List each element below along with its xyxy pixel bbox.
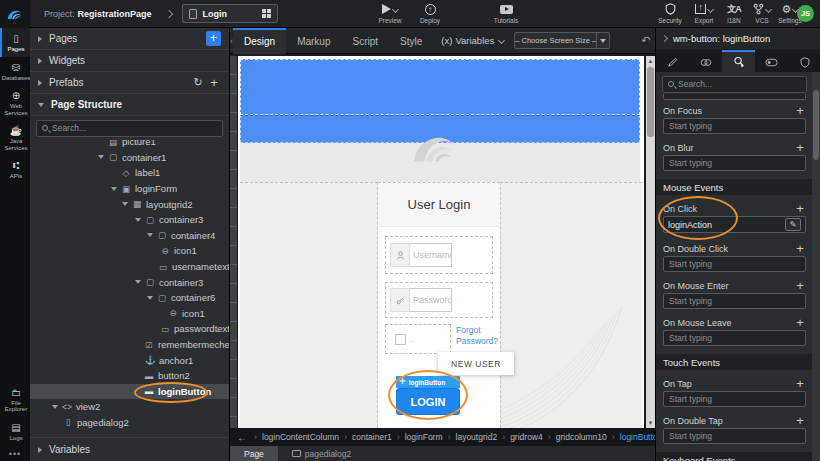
tree-item-picture1[interactable]: ▤picture1 bbox=[30, 140, 229, 150]
tree-item-container6[interactable]: ▢container6 bbox=[30, 290, 229, 306]
refresh-icon[interactable]: ↻ bbox=[191, 77, 205, 88]
remember-me-checkbox[interactable] bbox=[395, 334, 406, 345]
add-prefab-icon[interactable]: + bbox=[207, 76, 221, 89]
rail-item-java-services[interactable]: ☕ Java Services bbox=[0, 120, 30, 155]
tutorials-button[interactable]: Tutorials bbox=[488, 3, 524, 24]
rail-item-databases[interactable]: ⛁ Databases bbox=[0, 57, 30, 86]
section-widgets[interactable]: Widgets bbox=[30, 50, 229, 72]
username-input[interactable] bbox=[410, 243, 452, 267]
structure-search[interactable] bbox=[36, 120, 223, 137]
crumb-loginform[interactable]: loginForm bbox=[392, 432, 443, 442]
tree-item-container3[interactable]: ▢container3 bbox=[30, 212, 229, 228]
rail-item-file-explorer[interactable]: 🗀 File Explorer bbox=[0, 382, 30, 417]
tab-pagedialog2[interactable]: pagedialog2 bbox=[278, 446, 365, 461]
tree-item-label1[interactable]: ◇label1 bbox=[30, 165, 229, 181]
canvas-scrollbar[interactable]: ▲ ▼ bbox=[646, 56, 655, 428]
tree-item-container4[interactable]: ▢container4 bbox=[30, 228, 229, 244]
add-on-tap-icon[interactable] bbox=[794, 379, 806, 389]
on-double-click-input[interactable] bbox=[663, 256, 806, 272]
header-band-top[interactable] bbox=[240, 59, 640, 115]
rail-item-web-services[interactable]: ⊕ Web Services bbox=[0, 85, 30, 120]
rail-item-logs[interactable]: ▤ Logs bbox=[0, 417, 30, 446]
tab-design[interactable]: Design bbox=[233, 28, 286, 54]
security-button[interactable]: Security bbox=[652, 3, 688, 24]
login-button[interactable]: LOGIN bbox=[396, 388, 460, 415]
tree-item-view2[interactable]: <>view2 bbox=[30, 399, 229, 415]
preview-button[interactable]: Preview bbox=[372, 3, 408, 24]
crumb-container1[interactable]: container1 bbox=[339, 432, 392, 442]
deploy-button[interactable]: ↑ Deploy bbox=[412, 3, 448, 24]
edit-action-icon[interactable]: ✎ bbox=[785, 218, 801, 231]
add-on-click-icon[interactable] bbox=[794, 204, 806, 214]
add-on-double-click-icon[interactable] bbox=[794, 244, 806, 254]
scrollbar-thumb[interactable] bbox=[813, 90, 819, 160]
back-arrow-icon[interactable]: ← bbox=[237, 432, 247, 443]
tree-item-container1[interactable]: ▢container1 bbox=[30, 150, 229, 166]
tree-item-container3b[interactable]: ▢container3 bbox=[30, 274, 229, 290]
scrollbar-thumb[interactable] bbox=[647, 67, 654, 137]
tree-item-remembermecheck[interactable]: ☑remembermecheck bbox=[30, 337, 229, 353]
tree-item-anchor1[interactable]: ⚓anchor1 bbox=[30, 352, 229, 368]
collapse-icon[interactable] bbox=[661, 35, 668, 42]
tab-script[interactable]: Script bbox=[342, 28, 390, 54]
add-on-blur-icon[interactable] bbox=[794, 143, 806, 153]
new-user-button[interactable]: NEW USER bbox=[438, 352, 514, 375]
crumb-loginbutton[interactable]: loginButton bbox=[607, 432, 655, 442]
tree-item-pagedialog2[interactable]: ▯pagedialog2 bbox=[30, 415, 229, 431]
add-on-double-tap-icon[interactable] bbox=[794, 416, 806, 426]
forgot-password-link[interactable]: Forgot Password? bbox=[456, 325, 508, 347]
scroll-down-icon[interactable]: ▼ bbox=[646, 418, 655, 428]
user-avatar[interactable]: JS bbox=[797, 5, 814, 22]
add-on-focus-icon[interactable] bbox=[794, 106, 806, 116]
page-preview[interactable]: User Login ... bbox=[238, 56, 644, 428]
undo-icon[interactable]: ↶ bbox=[641, 34, 650, 47]
username-row[interactable] bbox=[385, 236, 493, 274]
tree-item-icon1[interactable]: ⊖icon1 bbox=[30, 243, 229, 259]
tree-item-loginbutton[interactable]: ▬loginButton bbox=[30, 384, 229, 400]
tab-security[interactable] bbox=[788, 50, 820, 72]
on-tap-input[interactable] bbox=[663, 391, 806, 407]
tab-styles[interactable] bbox=[689, 50, 722, 72]
rail-item-apis[interactable]: ⑆ APIs bbox=[0, 155, 30, 184]
on-mouse-enter-input[interactable] bbox=[663, 293, 806, 309]
variables-button[interactable]: (x) Variables bbox=[441, 35, 504, 46]
crumb-gridrow4[interactable]: gridrow4 bbox=[497, 432, 543, 442]
tree-item-loginform[interactable]: ▣loginForm bbox=[30, 181, 229, 197]
more-options-icon[interactable]: ••• bbox=[0, 445, 30, 461]
on-blur-input[interactable] bbox=[663, 155, 806, 171]
tab-markup[interactable]: Markup bbox=[286, 28, 341, 54]
on-click-input[interactable]: loginAction ✎ bbox=[663, 216, 806, 233]
tab-toggle[interactable] bbox=[755, 50, 788, 72]
add-on-mouse-leave-icon[interactable] bbox=[794, 318, 806, 328]
tab-style[interactable]: Style bbox=[389, 28, 433, 54]
section-variables[interactable]: Variables bbox=[30, 437, 229, 461]
tab-events[interactable] bbox=[722, 50, 755, 72]
on-mouse-leave-input[interactable] bbox=[663, 330, 806, 346]
widget-tag[interactable]: ✛ loginButton bbox=[396, 376, 460, 388]
grid-view-icon[interactable] bbox=[262, 9, 271, 18]
section-prefabs[interactable]: Prefabs ↻ + bbox=[30, 72, 229, 94]
tab-properties[interactable] bbox=[656, 50, 689, 72]
crumb-layoutgrid2[interactable]: layoutgrid2 bbox=[443, 432, 498, 442]
events-search-input[interactable] bbox=[678, 79, 801, 89]
tree-item-passwordtext[interactable]: ▭passwordtext bbox=[30, 321, 229, 337]
crumb-gridcolumn10[interactable]: gridcolumn10 bbox=[543, 432, 607, 442]
inspector-scrollbar[interactable] bbox=[812, 72, 820, 461]
on-double-tap-input[interactable] bbox=[663, 428, 806, 444]
screen-size-select[interactable]: – Choose Screen Size – bbox=[514, 32, 610, 49]
events-search[interactable] bbox=[662, 76, 807, 93]
password-row[interactable] bbox=[385, 282, 493, 318]
app-logo[interactable] bbox=[0, 0, 30, 28]
tree-item-icon1b[interactable]: ⊖icon1 bbox=[30, 306, 229, 322]
password-input[interactable] bbox=[410, 288, 452, 312]
add-page-button[interactable] bbox=[206, 31, 221, 46]
tree-item-layoutgrid2[interactable]: ▦layoutgrid2 bbox=[30, 196, 229, 212]
section-pages[interactable]: Pages bbox=[30, 28, 229, 50]
crumb-logincontentcolumn[interactable]: loginContentColumn bbox=[249, 432, 339, 442]
add-on-mouse-enter-icon[interactable] bbox=[794, 281, 806, 291]
tab-page[interactable]: Page bbox=[230, 446, 278, 461]
tree-item-usernametext[interactable]: ▭usernametext bbox=[30, 259, 229, 275]
scroll-up-icon[interactable]: ▲ bbox=[646, 56, 655, 66]
rail-item-pages[interactable]: ▯ Pages bbox=[0, 28, 30, 57]
section-page-structure[interactable]: Page Structure bbox=[30, 94, 229, 116]
